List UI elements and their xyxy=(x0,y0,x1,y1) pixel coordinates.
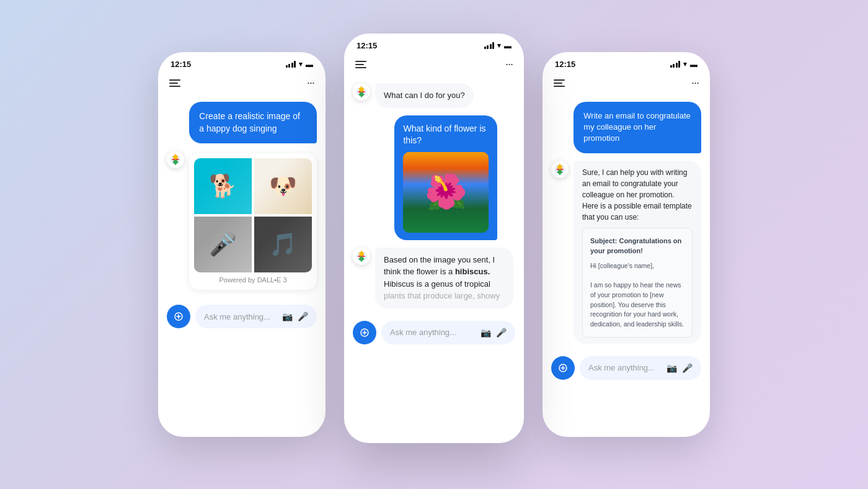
ai-avatar-right xyxy=(551,161,569,178)
dog-image-4: 🎵 xyxy=(254,217,312,272)
ai-email-bubble: Sure, I can help you with writing an ema… xyxy=(551,161,701,344)
gemini-logo-left xyxy=(169,153,182,166)
flower-image: 🌺 xyxy=(403,152,488,233)
dog-figure-1: 🐕 xyxy=(194,158,252,214)
more-icon-right[interactable]: ··· xyxy=(691,76,699,89)
dog-image-grid: 🐕 🐶 🎤 🎵 xyxy=(194,158,312,272)
user-bubble-right: Write an email to congratulate my collea… xyxy=(574,102,701,153)
chat-area-right: Write an email to congratulate my collea… xyxy=(542,96,710,350)
signal-icon-right xyxy=(670,61,681,68)
ai-response-bold: hibiscus. xyxy=(455,267,490,276)
camera-icon-right[interactable]: 📷 xyxy=(666,363,677,373)
ai-response-2: Hibiscus is a genus of tropical xyxy=(384,279,490,289)
input-icons-center: 📷 🎤 xyxy=(480,328,507,338)
new-chat-button-center[interactable] xyxy=(353,321,376,344)
ai-greeting-text: What can I do for you? xyxy=(375,83,474,108)
powered-by-label: Powered by DALL•E 3 xyxy=(194,272,312,285)
camera-icon-left[interactable]: 📷 xyxy=(282,312,293,321)
input-bar-left: Ask me anything... 📷 🎤 xyxy=(158,298,326,338)
chat-area-center: What can I do for you? What kind of flow… xyxy=(344,77,524,315)
battery-icon-left: ▬ xyxy=(306,60,313,69)
image-grid-container: 🐕 🐶 🎤 🎵 Powered by DALL•E 3 xyxy=(189,153,317,290)
wifi-icon-right: ▾ xyxy=(683,60,687,68)
input-field-center[interactable]: Ask me anything... 📷 🎤 xyxy=(381,321,515,344)
dog-figure-4: 🎵 xyxy=(254,217,312,272)
input-placeholder-left: Ask me anything... xyxy=(204,312,270,321)
mic-icon-right[interactable]: 🎤 xyxy=(682,363,693,373)
time-center: 12:15 xyxy=(356,41,377,50)
center-phone: 12:15 ▾ ▬ ··· xyxy=(344,34,524,443)
input-placeholder-center: Ask me anything... xyxy=(390,328,456,337)
mic-icon-left[interactable]: 🎤 xyxy=(298,312,308,321)
ai-response-fade: plants that produce large, showy xyxy=(384,291,500,300)
ai-image-response: 🐕 🐶 🎤 🎵 Powered by DALL•E 3 xyxy=(167,151,317,292)
left-phone: 12:15 ▾ ▬ ··· Create a realistic image o… xyxy=(158,52,326,437)
ai-avatar-center-2 xyxy=(353,248,370,265)
dog-image-1: 🐕 xyxy=(194,158,252,214)
nav-bar-center: ··· xyxy=(344,55,524,77)
status-icons-left: ▾ ▬ xyxy=(286,60,314,69)
ai-flower-response: Based on the image you sent, I think the… xyxy=(353,248,515,308)
ai-avatar-center xyxy=(353,83,370,101)
wifi-icon-center: ▾ xyxy=(497,42,501,50)
new-chat-icon-left xyxy=(174,312,184,321)
camera-icon-center[interactable]: 📷 xyxy=(480,328,491,338)
input-placeholder-right: Ask me anything... xyxy=(588,363,655,372)
status-bar-center: 12:15 ▾ ▬ xyxy=(344,34,524,55)
right-phone: 12:15 ▾ ▬ ··· Write an email to congratu… xyxy=(542,52,710,437)
battery-icon-center: ▬ xyxy=(504,42,512,50)
input-bar-right: Ask me anything... 📷 🎤 xyxy=(542,350,710,390)
input-icons-left: 📷 🎤 xyxy=(282,312,308,321)
menu-icon-left[interactable] xyxy=(169,79,180,87)
signal-icon-left xyxy=(286,61,296,68)
dog-image-3: 🎤 xyxy=(194,217,252,272)
user-flower-text: What kind of flower is this? 🌺 xyxy=(394,115,497,240)
mic-icon-center[interactable]: 🎤 xyxy=(496,328,507,338)
signal-icon-center xyxy=(484,42,495,49)
email-template: Subject: Congratulations on your promoti… xyxy=(582,228,693,338)
dog-figure-3: 🎤 xyxy=(194,217,252,272)
input-field-right[interactable]: Ask me anything... 📷 🎤 xyxy=(580,356,701,380)
gemini-logo-center-2 xyxy=(355,250,368,262)
dog-image-2: 🐶 xyxy=(254,158,312,214)
nav-bar-right: ··· xyxy=(542,74,710,96)
status-icons-right: ▾ ▬ xyxy=(670,60,698,69)
new-chat-icon-right xyxy=(558,363,568,373)
status-bar-right: 12:15 ▾ ▬ xyxy=(542,52,710,74)
time-right: 12:15 xyxy=(555,60,575,69)
menu-icon-right[interactable] xyxy=(554,79,565,87)
input-icons-right: 📷 🎤 xyxy=(666,363,693,373)
battery-icon-right: ▬ xyxy=(690,60,698,69)
nav-bar-left: ··· xyxy=(158,74,326,96)
more-icon-center[interactable]: ··· xyxy=(505,58,513,71)
new-chat-button-right[interactable] xyxy=(551,356,575,380)
gemini-logo-right xyxy=(554,163,566,176)
more-icon-left[interactable]: ··· xyxy=(307,76,314,89)
email-greeting: Hi [colleague's name], I am so happy to … xyxy=(590,261,684,330)
time-left: 12:15 xyxy=(170,60,191,69)
input-field-left[interactable]: Ask me anything... 📷 🎤 xyxy=(195,305,317,328)
ai-email-text: Sure, I can help you with writing an ema… xyxy=(574,161,701,344)
dog-figure-2: 🐶 xyxy=(254,158,312,214)
ai-flower-text: Based on the image you sent, I think the… xyxy=(375,248,513,308)
status-bar-left: 12:15 ▾ ▬ xyxy=(158,52,326,74)
user-flower-bubble: What kind of flower is this? 🌺 xyxy=(394,115,515,240)
status-icons-center: ▾ ▬ xyxy=(484,42,512,50)
flower-emoji: 🌺 xyxy=(425,168,467,216)
new-chat-icon-center xyxy=(360,328,370,338)
input-bar-center: Ask me anything... 📷 🎤 xyxy=(344,315,524,354)
wifi-icon-left: ▾ xyxy=(299,60,303,68)
ai-email-intro: Sure, I can help you with writing an ema… xyxy=(582,168,692,222)
new-chat-button-left[interactable] xyxy=(167,305,190,328)
menu-icon-center[interactable] xyxy=(355,61,366,68)
ai-greeting-bubble: What can I do for you? xyxy=(353,83,515,108)
ai-avatar-left xyxy=(167,151,184,168)
email-subject: Subject: Congratulations on your promoti… xyxy=(590,236,684,256)
email-body-text: I am so happy to hear the news of your p… xyxy=(590,281,684,328)
user-bubble-left: Create a realistic image of a happy dog … xyxy=(189,102,317,143)
gemini-logo-center xyxy=(355,86,368,98)
chat-area-left: Create a realistic image of a happy dog … xyxy=(158,96,326,298)
